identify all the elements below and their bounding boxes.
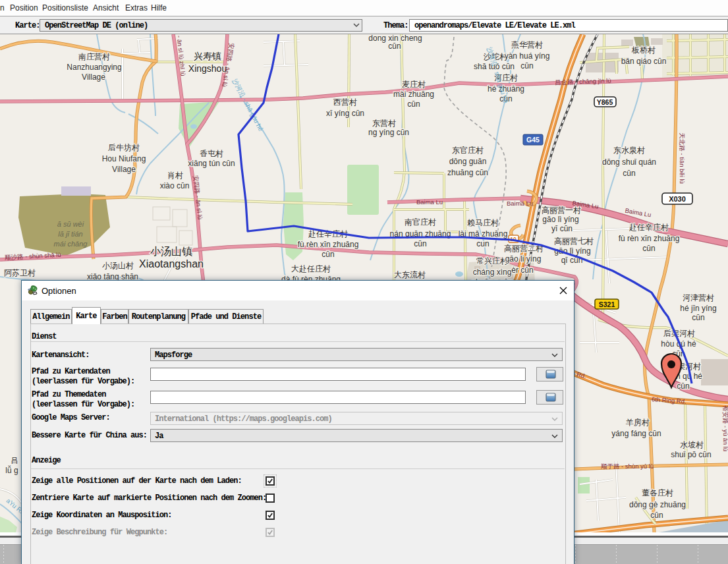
svg-text:高丽营一村: 高丽营一村 [542, 206, 581, 215]
svg-text:Village: Village [112, 165, 136, 174]
svg-text:裕安路 - yù ān lù: 裕安路 - yù ān lù [722, 405, 728, 451]
svg-text:yáng fáng cūn: yáng fáng cūn [611, 429, 661, 438]
svg-text:顺于路 - shùn yú lù: 顺于路 - shùn yú lù [601, 463, 654, 470]
svg-text:肖村: 肖村 [167, 171, 183, 180]
svg-text:Y865: Y865 [597, 98, 613, 106]
svg-text:cháng xìng: cháng xìng [473, 268, 512, 277]
svg-text:Hou Niufang: Hou Niufang [102, 154, 146, 163]
svg-text:gāo lì yíng: gāo lì yíng [542, 215, 578, 224]
svg-text:G45: G45 [526, 136, 540, 144]
svg-text:cūn: cūn [414, 239, 426, 248]
svg-text:fù rèn xīn zhuāng: fù rèn xīn zhuāng [298, 240, 359, 249]
svg-text:兴寿镇: 兴寿镇 [194, 51, 221, 61]
svg-text:西营村: 西营村 [333, 98, 357, 107]
svg-text:水坡村: 水坡村 [680, 440, 704, 449]
svg-text:小汤山镇: 小汤山镇 [150, 246, 192, 257]
svg-text:香屯村: 香屯村 [200, 149, 223, 158]
svg-text:大赴任庄村: 大赴任庄村 [291, 264, 331, 273]
svg-text:yī cūn: yī cūn [551, 224, 573, 233]
svg-text:赖马庄村: 赖马庄村 [467, 218, 499, 227]
svg-text:赴任辛庄村: 赴任辛庄村 [629, 223, 669, 232]
svg-text:后牛坊村: 后牛坊村 [108, 143, 140, 152]
svg-text:èr cūn: èr cūn [511, 266, 533, 275]
svg-text:Nanzhuangying: Nanzhuangying [67, 63, 121, 72]
svg-text:cūn: cūn [642, 244, 655, 253]
svg-text:东官庄村: 东官庄村 [452, 146, 484, 155]
svg-text:麦庄村: 麦庄村 [402, 80, 426, 89]
svg-text:大东流村: 大东流村 [394, 270, 426, 279]
svg-text:ng yíng cūn: ng yíng cūn [368, 128, 409, 137]
svg-text:xī yíng cūn: xī yíng cūn [326, 109, 364, 118]
svg-text:Baima Lu: Baima Lu [507, 200, 533, 207]
svg-text:cūn: cūn [692, 313, 704, 322]
svg-text:dōng guān: dōng guān [449, 157, 487, 166]
svg-text:小汤山村: 小汤山村 [102, 261, 134, 270]
svg-text:阿苏卫村: 阿苏卫村 [4, 268, 36, 277]
svg-text:燕华营村: 燕华营村 [511, 40, 543, 49]
svg-text:fù rèn xīn zhuāng: fù rèn xīn zhuāng [619, 234, 680, 243]
svg-text:Village: Village [82, 72, 105, 82]
svg-text:dōng shuǐ quán: dōng shuǐ quán [602, 157, 656, 167]
svg-text:cūn: cūn [388, 42, 401, 51]
svg-text:S321: S321 [599, 300, 615, 308]
svg-text:lā jī tián: lā jī tián [58, 230, 82, 238]
svg-text:cūn: cūn [407, 99, 420, 109]
svg-text:羊房村: 羊房村 [626, 418, 650, 427]
svg-text:cūn: cūn [650, 511, 663, 520]
svg-text:后渠河村: 后渠河村 [663, 329, 695, 338]
svg-text:董各庄村: 董各庄村 [642, 488, 673, 497]
svg-text:河津营村: 河津营村 [683, 293, 714, 302]
svg-text:东营村: 东营村 [372, 119, 396, 128]
svg-text:mái chǎng: mái chǎng [54, 240, 88, 248]
svg-text:cūn: cūn [322, 250, 334, 259]
svg-text:lǚ g: lǚ g [5, 465, 18, 475]
svg-text:高丽营七村: 高丽营七村 [554, 237, 594, 246]
svg-text:dǒng gè zhuāng: dǒng gè zhuāng [629, 500, 686, 509]
svg-text:xiāng tún cūn: xiāng tún cūn [188, 159, 235, 168]
svg-text:cun: cun [476, 239, 489, 248]
svg-text:hé jīn yíng: hé jīn yíng [680, 304, 716, 313]
svg-text:板桥村: 板桥村 [631, 45, 656, 55]
svg-text:Xiaotangshan: Xiaotangshan [139, 258, 204, 269]
svg-text:gāo li yíng: gāo li yíng [505, 254, 542, 264]
svg-text:bǎn qiáo cūn: bǎn qiáo cūn [621, 57, 667, 66]
svg-text:南庄营村: 南庄营村 [78, 52, 110, 61]
svg-text:ā sū wèi: ā sū wèi [57, 220, 84, 228]
svg-text:shuǐ pō cūn: shuǐ pō cūn [671, 450, 711, 459]
svg-text:南官庄村: 南官庄村 [405, 217, 436, 227]
svg-text:cūn: cūn [623, 169, 635, 178]
svg-text:Baima Lu: Baima Lu [416, 198, 443, 206]
svg-text:yàn huá yíng: yàn huá yíng [505, 51, 550, 61]
svg-text:xiào cūn: xiào cūn [160, 181, 190, 190]
svg-text:X030: X030 [669, 195, 686, 203]
svg-text:东水泉村: 东水泉村 [613, 146, 645, 155]
svg-text:cūn: cūn [677, 381, 689, 391]
svg-text:常兴庄村: 常兴庄村 [476, 256, 508, 266]
svg-text:cūn: cūn [520, 61, 533, 70]
svg-text:吕: 吕 [11, 456, 18, 465]
svg-text:Xingshou: Xingshou [188, 63, 227, 74]
svg-text:mài zhuāng: mài zhuāng [393, 90, 434, 99]
svg-text:天北路 - tiān běi lù: 天北路 - tiān běi lù [679, 132, 686, 184]
svg-text:zhuāng cūn: zhuāng cūn [447, 168, 488, 177]
